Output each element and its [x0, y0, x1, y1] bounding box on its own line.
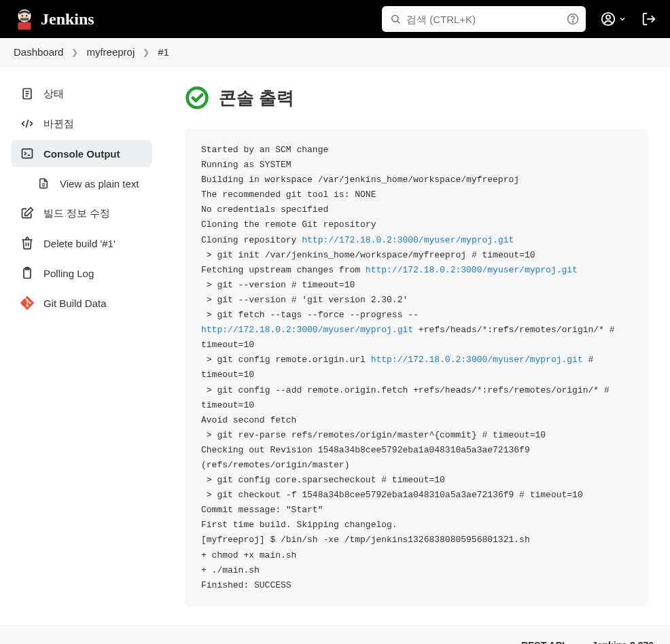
sidebar-item-label: View as plain text	[60, 178, 139, 190]
svg-point-6	[392, 16, 398, 22]
sidebar-item-polling-log[interactable]: Polling Log	[11, 260, 152, 287]
version-text: Jenkins 2.370	[592, 640, 654, 644]
console-line: Started by an SCM change	[201, 143, 632, 158]
svg-point-11	[606, 15, 610, 19]
console-line: > git config remote.origin.url http://17…	[201, 353, 632, 382]
sidebar-item-label: 바뀐점	[43, 118, 74, 130]
console-link[interactable]: http://172.18.0.2:3000/myuser/myproj.git	[302, 235, 514, 245]
footer: REST API Jenkins 2.370	[0, 626, 670, 644]
sidebar: 상태 바뀐점 Console Output View as plain text…	[0, 67, 163, 626]
sidebar-item-console-output[interactable]: Console Output	[11, 140, 152, 167]
edit-icon	[20, 207, 34, 220]
success-icon	[185, 86, 209, 110]
console-line: > git config core.sparsecheckout # timeo…	[201, 473, 632, 488]
svg-rect-18	[22, 149, 33, 158]
search-input[interactable]	[406, 14, 560, 25]
console-line: Cloning the remote Git repository	[201, 217, 632, 232]
svg-point-3	[22, 15, 23, 16]
sidebar-item-status[interactable]: 상태	[11, 80, 152, 107]
sidebar-item-delete-build[interactable]: Delete build '#1'	[11, 230, 152, 257]
sidebar-item-label: Delete build '#1'	[43, 238, 116, 249]
chevron-right-icon: ❯	[143, 48, 149, 57]
breadcrumb: Dashboard ❯ myfreeproj ❯ #1	[0, 38, 670, 67]
user-menu[interactable]	[601, 12, 627, 26]
sidebar-item-label: Polling Log	[43, 268, 94, 279]
user-icon	[601, 12, 616, 26]
sidebar-item-label: Console Output	[43, 148, 120, 160]
console-line: First time build. Skipping changelog.	[201, 518, 632, 533]
rest-api-link[interactable]: REST API	[521, 640, 565, 644]
document-icon	[20, 87, 34, 101]
logo[interactable]: Jenkins	[14, 6, 94, 32]
console-line: + chmod +x main.sh	[201, 548, 632, 563]
jenkins-logo-icon	[14, 6, 35, 32]
console-line: > git config --add remote.origin.fetch +…	[201, 383, 632, 413]
sidebar-item-label: Git Build Data	[43, 298, 107, 309]
trash-icon	[20, 236, 34, 250]
console-line: Fetching upstream changes from http://17…	[201, 263, 632, 278]
console-line: > git rev-parse refs/remotes/origin/mast…	[201, 428, 632, 443]
svg-point-4	[26, 15, 27, 16]
breadcrumb-item[interactable]: myfreeproj	[86, 46, 135, 58]
console-line: Running as SYSTEM	[201, 158, 632, 173]
file-icon	[37, 177, 50, 190]
console-line: Commit message: "Start"	[201, 503, 632, 518]
help-icon[interactable]	[567, 13, 579, 25]
clipboard-icon	[20, 266, 34, 280]
console-line: Cloning repository http://172.18.0.2:300…	[201, 233, 632, 248]
breadcrumb-item[interactable]: Dashboard	[14, 46, 63, 58]
console-line: > git checkout -f 1548a34b8cee5792eba1a0…	[201, 488, 632, 503]
console-output: Started by an SCM changeRunning as SYSTE…	[185, 129, 648, 607]
sidebar-item-label: 상태	[43, 88, 64, 101]
chevron-down-icon	[618, 15, 627, 23]
console-line: > git init /var/jenkins_home/workspace/m…	[201, 248, 632, 263]
console-link[interactable]: http://172.18.0.2:3000/myuser/myproj.git	[201, 325, 413, 335]
sidebar-item-edit-build[interactable]: 빌드 정보 수정	[11, 200, 152, 227]
sidebar-item-view-plain[interactable]: View as plain text	[11, 170, 152, 197]
console-line: The recommended git tool is: NONE	[201, 187, 632, 202]
content: 콘솔 출력 Started by an SCM changeRunning as…	[163, 67, 670, 626]
sidebar-item-changes[interactable]: 바뀐점	[11, 110, 152, 137]
header: Jenkins	[0, 0, 670, 38]
console-line: > git fetch --tags --force --progress --…	[201, 308, 632, 353]
breadcrumb-item[interactable]: #1	[158, 46, 169, 58]
console-line: Finished: SUCCESS	[201, 578, 632, 593]
chevron-right-icon: ❯	[71, 48, 78, 57]
console-line: > git --version # 'git version 2.30.2'	[201, 293, 632, 308]
console-line: [myfreeproj] $ /bin/sh -xe /tmp/jenkins1…	[201, 533, 632, 548]
console-line: > git --version # timeout=10	[201, 278, 632, 293]
svg-rect-1	[18, 22, 31, 30]
svg-line-17	[26, 120, 28, 128]
code-icon	[20, 117, 34, 130]
console-line: Checking out Revision 1548a34b8cee5792eb…	[201, 443, 632, 473]
sidebar-item-label: 빌드 정보 수정	[43, 207, 110, 220]
page-title: 콘솔 출력	[219, 86, 294, 110]
svg-line-7	[398, 21, 400, 23]
page-title-row: 콘솔 출력	[185, 86, 648, 110]
console-line: No credentials specified	[201, 202, 632, 217]
brand-text: Jenkins	[41, 10, 94, 29]
console-link[interactable]: http://172.18.0.2:3000/myuser/myproj.git	[371, 355, 583, 365]
console-line: Avoid second fetch	[201, 413, 632, 428]
svg-point-9	[572, 22, 573, 22]
sidebar-item-git-data[interactable]: Git Build Data	[11, 289, 152, 317]
logout-icon	[641, 12, 656, 26]
git-icon	[20, 296, 34, 310]
console-line: + ./main.sh	[201, 563, 632, 578]
logout-button[interactable]	[641, 12, 656, 26]
console-line: Building in workspace /var/jenkins_home/…	[201, 173, 632, 187]
search-icon	[390, 14, 401, 24]
search-input-wrap[interactable]	[382, 6, 586, 32]
svg-rect-5	[20, 18, 29, 20]
terminal-icon	[20, 147, 34, 160]
console-link[interactable]: http://172.18.0.2:3000/myuser/myproj.git	[366, 265, 578, 275]
